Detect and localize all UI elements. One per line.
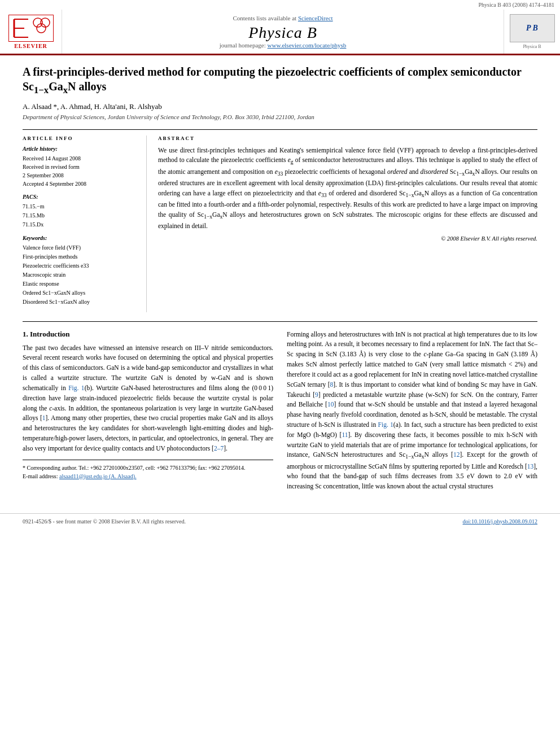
title-sub1: 1−x [34,85,49,95]
pacs3: 71.15.Dx [23,220,138,229]
pacs-label: PACS: [23,194,138,200]
keywords-block: Keywords: Valence force field (VFF) Firs… [23,235,138,307]
homepage-url[interactable]: www.elsevier.com/locate/physb [268,42,347,49]
pacs-block: PACS: 71.15.−m 71.15.Mb 71.15.Dx [23,194,138,229]
article-title: A first-principles-derived method for co… [23,64,537,97]
kw5: Elastic response [23,279,138,289]
intro-para2: Forming alloys and heterostructures with… [287,330,537,492]
accepted-date: Accepted 4 September 2008 [23,180,138,188]
kw7: Disordered Sc1−xGaxN alloy [23,298,138,307]
abstract-text: We use direct first-principles technique… [158,146,537,231]
body-section: 1. Introduction The past two decades hav… [23,330,537,496]
ref13-link[interactable]: 13 [527,463,534,470]
info-abstract-section: ARTICLE INFO Article history: Received 1… [23,129,537,312]
elsevier-label: ELSEVIER [14,43,47,49]
intro-heading-text: Introduction [30,330,70,338]
kw2: First-principles methods [23,252,138,261]
journal-name-area: Contents lists available at ScienceDirec… [62,10,504,54]
revised-date: 2 September 2008 [23,171,138,180]
journal-title: Physica B [248,24,317,42]
fig1b-link[interactable]: Fig. 1 [68,385,84,391]
intro-number: 1. [23,330,28,338]
sciencedirect-link[interactable]: ScienceDirect [298,15,333,21]
kw1: Valence force field (VFF) [23,243,138,252]
ref9-link[interactable]: 9 [315,391,318,398]
elsevier-svg-icon [8,15,54,42]
homepage-label: journal homepage: [220,42,266,49]
fig1a-link[interactable]: Fig. 1 [378,421,393,428]
elsevier-logo-area: ELSEVIER [0,10,62,54]
ref27-link[interactable]: 2–7 [214,445,224,452]
doi-link[interactable]: doi:10.1016/j.physb.2008.09.012 [462,518,537,525]
footnote-area: * Corresponding author. Tel.: +962 27201… [23,460,273,480]
ref11-link[interactable]: 11 [342,431,348,438]
pacs1: 71.15.−m [23,202,138,211]
history-label: Article history: [23,146,138,152]
ref8-link[interactable]: 8 [330,381,334,388]
section-divider [23,321,537,322]
abstract-column: ABSTRACT We use direct first-principles … [158,136,537,312]
page: Physica B 403 (2008) 4174–4181 [0,0,560,747]
top-info-text: Physica B 403 (2008) 4174–4181 [479,2,554,8]
email-line: E-mail address: alsaad11@just.edu.jo (A.… [23,472,273,480]
intro-heading: 1. Introduction [23,330,273,339]
abstract-label: ABSTRACT [158,136,537,141]
intro-para1: The past two decades have witnessed an i… [23,343,273,454]
main-content: A first-principles-derived method for co… [0,55,560,508]
kw3: Piezoelectric coefficients e33 [23,261,138,270]
article-info-label: ARTICLE INFO [23,136,138,141]
journal-thumbnail-area: P B Physica B [504,10,560,54]
keywords-label: Keywords: [23,235,138,241]
corresponding-author-note: * Corresponding author. Tel.: +962 27201… [23,464,273,472]
revised-label: Received in revised form [23,163,138,171]
email-label: E-mail address: [23,473,58,479]
copyright-text: © 2008 Elsevier B.V. All rights reserved… [158,235,537,242]
journal-header-banner: ELSEVIER Contents lists available at Sci… [0,10,560,55]
title-sub2: x [63,85,68,95]
kw4: Macroscopic strain [23,270,138,279]
kw6: Ordered Sc1−xGaxN alloys [23,289,138,298]
top-info-bar: Physica B 403 (2008) 4174–4181 [0,0,560,10]
journal-thumbnail: P B [510,14,555,42]
sciencedirect-text: Contents lists available at ScienceDirec… [233,15,333,21]
body-col-left: 1. Introduction The past two decades hav… [23,330,273,496]
body-col-right: Forming alloys and heterostructures with… [287,330,537,496]
ref1-link[interactable]: 1 [42,414,46,421]
journal-bottom-bar: 0921-4526/$ - see front matter © 2008 El… [0,513,560,527]
thumbnail-caption: Physica B [523,44,541,49]
affiliation-line: Department of Physical Sciences, Jordan … [23,113,537,120]
issn-text: 0921-4526/$ - see front matter © 2008 El… [23,518,186,525]
title-text: A first-principles-derived method for co… [23,65,522,93]
journal-homepage-line: journal homepage: www.elsevier.com/locat… [220,42,347,49]
pacs2: 71.15.Mb [23,211,138,220]
received-date: Received 14 August 2008 [23,154,138,163]
article-info-column: ARTICLE INFO Article history: Received 1… [23,136,147,312]
article-history-block: Article history: Received 14 August 2008… [23,146,138,188]
email-link[interactable]: alsaad11@just.edu.jo (A. Alsaad). [59,473,137,479]
ref10-link[interactable]: 10 [327,401,334,408]
ref12-link[interactable]: 12 [453,451,460,458]
authors-line: A. Alsaad *, A. Ahmad, H. Alta'ani, R. A… [23,102,537,111]
doi-text: doi:10.1016/j.physb.2008.09.012 [462,518,537,525]
elsevier-logo: ELSEVIER [8,15,54,49]
